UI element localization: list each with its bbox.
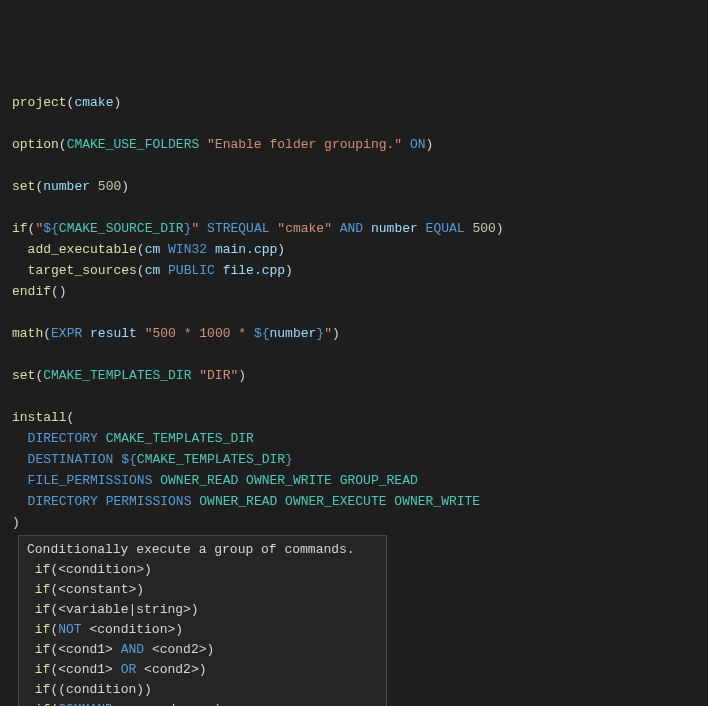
tooltip-title: Conditionally execute a group of command… [27,542,355,557]
kw: WIN32 [168,242,207,257]
kw: FILE_PERMISSIONS [28,473,153,488]
var: number [371,221,418,236]
var: CMAKE_TEMPLATES_DIR [106,431,254,446]
kw: STREQUAL [207,221,269,236]
fn-install: install [12,410,67,425]
code-editor[interactable]: project(cmake) option(CMAKE_USE_FOLDERS … [12,92,696,706]
var: number [43,179,90,194]
arg: <cond2> [144,662,199,677]
fn-if: if [35,562,51,577]
fn-math: math [12,326,43,341]
fn-target-sources: target_sources [28,263,137,278]
fn-if: if [35,662,51,677]
kw: EXPR [51,326,82,341]
file: file.cpp [223,263,285,278]
arg: <condition> [89,622,175,637]
arg: <variable|string> [58,602,191,617]
interp-close: } [285,452,293,467]
perm: GROUP_READ [340,473,418,488]
kw: NOT [58,622,81,637]
arg: cmake [74,95,113,110]
kw: DIRECTORY [28,494,98,509]
perm: OWNER_WRITE [246,473,332,488]
fn-if: if [35,622,51,637]
string: "Enable folder grouping." [207,137,402,152]
kw: AND [121,642,144,657]
kw: DESTINATION [28,452,114,467]
num: 500 [472,221,495,236]
fn-if: if [35,602,51,617]
perm: OWNER_READ [160,473,238,488]
fn-set: set [12,368,35,383]
kw: COMMAND [58,702,113,706]
var: CMAKE_USE_FOLDERS [67,137,200,152]
var: cm [145,242,161,257]
interp-close: } [316,326,324,341]
fn-project: project [12,95,67,110]
kw: PUBLIC [168,263,215,278]
arg: <cond2> [152,642,207,657]
arg: command-name [121,702,215,706]
kw: PERMISSIONS [106,494,192,509]
fn-endif: endif [12,284,51,299]
var: CMAKE_SOURCE_DIR [59,221,184,236]
num: 500 [98,179,121,194]
fn-if: if [35,702,51,706]
interp-open: ${ [121,452,137,467]
kw: EQUAL [426,221,465,236]
perm: OWNER_READ [199,494,277,509]
quote: " [191,221,199,236]
string: "cmake" [277,221,332,236]
var: CMAKE_TEMPLATES_DIR [137,452,285,467]
string: "DIR" [199,368,238,383]
fn-set: set [12,179,35,194]
fn-add-executable: add_executable [28,242,137,257]
perm: OWNER_EXECUTE [285,494,386,509]
fn-if: if [12,221,28,236]
var: result [90,326,137,341]
arg: <condition> [58,562,144,577]
fn-if: if [35,642,51,657]
arg: <constant> [58,582,136,597]
arg: <cond1> [58,642,113,657]
arg: (condition) [58,682,144,697]
string: "500 * 1000 * [145,326,254,341]
var: cm [145,263,161,278]
var: number [270,326,317,341]
perm: OWNER_WRITE [394,494,480,509]
string: " [324,326,332,341]
kw: AND [340,221,363,236]
kw: OR [121,662,137,677]
var: CMAKE_TEMPLATES_DIR [43,368,191,383]
hover-tooltip: Conditionally execute a group of command… [18,535,387,706]
fn-if: if [35,582,51,597]
fn-option: option [12,137,59,152]
kw-on: ON [410,137,426,152]
interp-open: ${ [254,326,270,341]
file: main.cpp [215,242,277,257]
arg: <cond1> [58,662,113,677]
fn-if: if [35,682,51,697]
interp-open: ${ [43,221,59,236]
kw: DIRECTORY [28,431,98,446]
